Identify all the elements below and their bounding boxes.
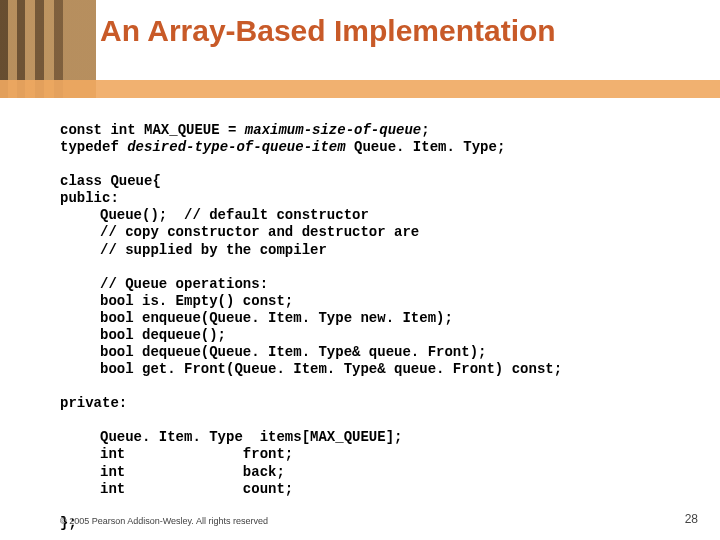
code-keyword: const: [512, 361, 554, 377]
code-text: dequeue(Queue. Item. Type& queue. Front)…: [134, 344, 487, 360]
code-text: is. Empty(): [134, 293, 243, 309]
code-italic: maximum-size-of-queue: [245, 122, 421, 138]
code-line: // supplied by the compiler: [60, 242, 680, 259]
code-text: Queue{: [102, 173, 161, 189]
code-line: Queue. Item. Type items[MAX_QUEUE];: [60, 429, 680, 446]
code-line: int back;: [60, 464, 680, 481]
code-keyword: bool: [100, 327, 134, 343]
code-text: enqueue(Queue. Item. Type new. Item);: [134, 310, 453, 326]
slide-title: An Array-Based Implementation: [100, 14, 700, 48]
code-line: Queue(); // default constructor: [60, 207, 680, 224]
code-keyword: int: [100, 464, 125, 480]
code-keyword: typedef: [60, 139, 127, 155]
code-text: ;: [554, 361, 562, 377]
code-keyword: const: [243, 293, 285, 309]
code-text: back;: [125, 464, 285, 480]
code-keyword: class: [60, 173, 102, 189]
code-keyword: int: [100, 481, 125, 497]
code-line: bool dequeue();: [60, 327, 680, 344]
code-text: ;: [285, 293, 293, 309]
code-text: MAX_QUEUE =: [136, 122, 245, 138]
code-text: ;: [421, 122, 429, 138]
code-keyword: int: [100, 446, 125, 462]
code-text: dequeue();: [134, 327, 226, 343]
code-keyword: public: [60, 190, 110, 206]
code-keyword: bool: [100, 361, 134, 377]
code-keyword: bool: [100, 293, 134, 309]
code-keyword: private: [60, 395, 119, 411]
code-line: bool is. Empty() const;: [60, 293, 680, 310]
code-block: const int MAX_QUEUE = maximum-size-of-qu…: [60, 122, 680, 532]
code-line: bool dequeue(Queue. Item. Type& queue. F…: [60, 344, 680, 361]
slide: An Array-Based Implementation const int …: [0, 0, 720, 540]
code-line: int count;: [60, 481, 680, 498]
code-italic: desired-type-of-queue-item: [127, 139, 345, 155]
code-keyword: const int: [60, 122, 136, 138]
title-underline-bar: [0, 80, 720, 98]
code-line: // Queue operations:: [60, 276, 680, 293]
code-line: bool enqueue(Queue. Item. Type new. Item…: [60, 310, 680, 327]
code-text: Queue. Item. Type;: [346, 139, 506, 155]
code-keyword: bool: [100, 344, 134, 360]
footer-copyright: © 2005 Pearson Addison-Wesley. All right…: [60, 516, 268, 526]
page-number: 28: [685, 512, 698, 526]
code-text: front;: [125, 446, 293, 462]
code-keyword: bool: [100, 310, 134, 326]
code-text: get. Front(Queue. Item. Type& queue. Fro…: [134, 361, 512, 377]
code-line: int front;: [60, 446, 680, 463]
code-line: // copy constructor and destructor are: [60, 224, 680, 241]
code-text: :: [119, 395, 127, 411]
code-text: :: [110, 190, 118, 206]
code-line: bool get. Front(Queue. Item. Type& queue…: [60, 361, 680, 378]
code-text: count;: [125, 481, 293, 497]
